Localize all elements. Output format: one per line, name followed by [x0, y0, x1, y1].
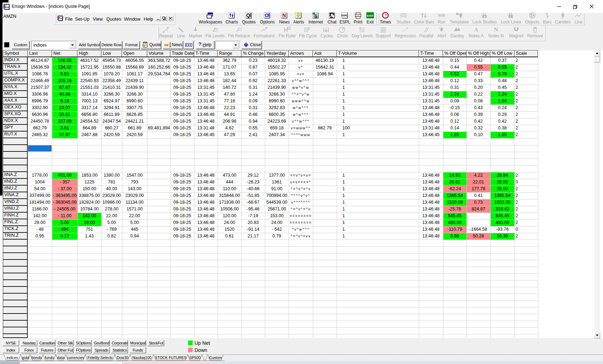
svg-text:bonds: bonds	[32, 355, 42, 360]
svg-text:STOCK FUTURES: STOCK FUTURES	[155, 355, 186, 360]
svg-text:RUN: RUN	[438, 14, 445, 18]
svg-text:A: A	[474, 27, 478, 33]
svg-text:funds: funds	[45, 355, 54, 360]
svg-text:ESPL: ESPL	[342, 14, 348, 17]
svg-text:1: 1	[166, 29, 168, 32]
svg-text:L: L	[510, 16, 512, 18]
svg-text:Fidelity Selects: Fidelity Selects	[87, 355, 113, 360]
svg-text:Dow30: Dow30	[117, 355, 128, 360]
svg-text:F: F	[309, 27, 310, 30]
svg-text:F: F	[288, 27, 290, 30]
svg-text:SP500: SP500	[189, 355, 201, 360]
svg-text:indices: indices	[6, 355, 18, 360]
svg-text:Nasdaq100: Nasdaq100	[132, 355, 151, 360]
svg-text:gold: gold	[22, 355, 29, 360]
svg-text:O: O	[265, 12, 269, 18]
svg-text:Custom: Custom	[209, 355, 222, 360]
svg-text:N: N	[494, 27, 498, 33]
svg-text:N: N	[282, 12, 286, 18]
svg-text:EXIT: EXIT	[367, 14, 373, 17]
svg-text:currencies: currencies	[67, 355, 84, 360]
svg-text:Q: Q	[246, 12, 250, 18]
svg-text:S: S	[484, 16, 485, 18]
svg-text:data: data	[57, 355, 65, 360]
